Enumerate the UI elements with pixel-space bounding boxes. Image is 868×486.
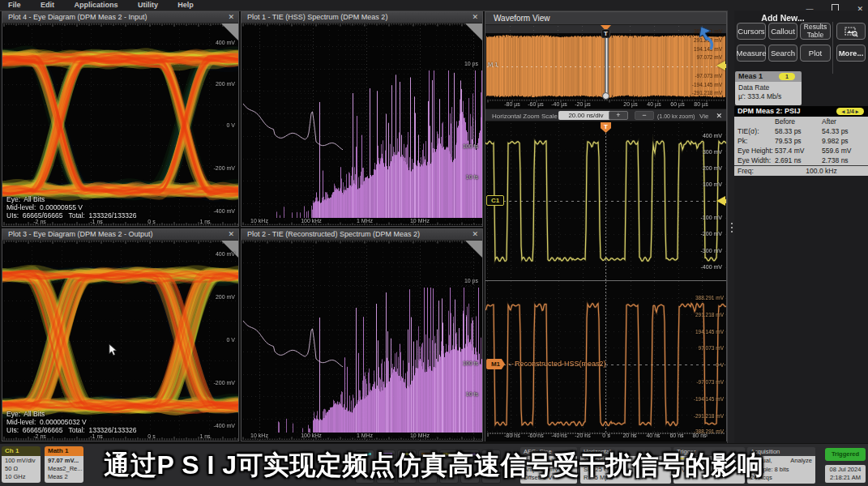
oscilloscope-app: { "menu": {"items": ["File", "Edit", "Ap… xyxy=(0,0,868,486)
menu-utility[interactable]: Utility xyxy=(130,0,166,9)
slider-line-highlight xyxy=(606,35,607,94)
y-tick-label: 400 mV xyxy=(216,251,235,257)
dpm-results-table: Before After TIE(σ):58.33 ps54.33 ps Pk:… xyxy=(734,117,868,176)
cursors-button[interactable]: Cursors xyxy=(737,23,766,40)
callout-button[interactable]: Callout xyxy=(768,23,797,40)
close-icon[interactable]: ✕ xyxy=(472,230,478,238)
panel-title[interactable]: Plot 2 - TIE (Reconstructed) Spectrum (D… xyxy=(242,229,482,241)
zoom-out-button[interactable]: − xyxy=(635,111,654,120)
zoom-in-button[interactable]: + xyxy=(609,111,628,120)
sidebar-separator xyxy=(832,22,833,74)
x-tick-label: -20 ns xyxy=(575,433,590,438)
table-row: Pk:79.53 ps9.982 ps xyxy=(734,136,868,146)
x-tick-label: 100 kHz xyxy=(301,433,322,438)
m1-level-arrow-icon[interactable] xyxy=(716,61,725,70)
cell-before: 79.53 ps xyxy=(775,136,822,146)
menu-edit[interactable]: Edit xyxy=(32,0,62,9)
m1-overview-label: M 1 xyxy=(488,61,498,68)
cell-after: 54.33 ps xyxy=(822,126,868,136)
close-icon[interactable]: ✕ xyxy=(228,230,234,238)
x-tick-label: 10 MHz xyxy=(410,218,430,224)
x-tick-label: -80 µs xyxy=(504,101,520,107)
menu-applications[interactable]: Applications xyxy=(66,0,126,9)
table-row: Eye Height:537.4 mV559.6 mV xyxy=(734,146,868,156)
x-tick-label: 10 kHz xyxy=(250,218,268,224)
spectrum-hss-x-axis: 10 kHz100 kHz1 MHz10 MHz xyxy=(242,218,482,226)
y-tick-label: 97.073 mV xyxy=(699,345,724,351)
x-tick-label: -60 ns xyxy=(528,433,543,438)
zoom-view-text[interactable]: Vie xyxy=(699,113,708,120)
dpm-title: DPM Meas 2: PSIJ ◂ 1/4 ▸ xyxy=(734,106,868,117)
zoom-factor-text: (1.00 kx zoom) xyxy=(657,113,695,119)
zoom-waveform-area: T C1 M1 --Reconstructed-HSS(meas2) 400 m… xyxy=(485,122,726,441)
m1-channel-badge[interactable]: M1 xyxy=(486,359,505,369)
zoom-close-icon[interactable]: ✕ xyxy=(716,112,722,120)
x-tick-label: 0 s xyxy=(148,433,155,439)
eye-input-y-axis: 400 mV200 mV0 V-200 mV-400 mV xyxy=(203,23,235,226)
freq-value: 100.0 kHz xyxy=(775,166,868,177)
y-tick-label: 194.145 mV xyxy=(695,329,724,335)
trigger-marker-box[interactable]: T xyxy=(601,29,610,38)
horizontal-zoom-bar: Horizontal Zoom Scale 20.00 ns/div + − (… xyxy=(485,109,726,122)
dpm-title-text: DPM Meas 2: PSIJ xyxy=(738,107,801,115)
c1-zero-arrow-icon[interactable] xyxy=(716,196,725,206)
m1-label-text: Reconstructed-HSS(meas2) xyxy=(515,360,606,368)
m1-trace-label: --Reconstructed-HSS(meas2) xyxy=(508,360,606,368)
plot-button[interactable]: Plot xyxy=(800,45,831,62)
m1-y-axis: 388.291 mV291.218 mV194.145 mV97.073 mV0… xyxy=(678,122,726,441)
panel-title[interactable]: Plot 3 - Eye Diagram (DPM Meas 2 - Outpu… xyxy=(2,229,238,241)
dpm-results-panel: DPM Meas 2: PSIJ ◂ 1/4 ▸ Before After TI… xyxy=(734,106,868,176)
x-tick-label: 20 ns xyxy=(622,433,636,438)
panel-title[interactable]: Plot 1 - TIE (HSS) Spectrum (DPM Meas 2) xyxy=(242,12,482,23)
y-tick-label: -400 mV xyxy=(214,208,235,214)
search-button[interactable]: Search xyxy=(768,45,797,62)
panel-waveform-view: Waveform View M 1 388.291 mV291.218 mV19… xyxy=(485,11,727,441)
x-tick-label: 1 ns xyxy=(199,433,210,439)
y-tick-label: 388.291 mV xyxy=(695,295,724,301)
mouse-cursor-icon xyxy=(109,343,118,356)
y-tick-label: 10 fs xyxy=(466,391,478,397)
table-row: Eye Width:2.691 ns2.738 ns xyxy=(734,156,868,166)
zoom-scale-value[interactable]: 20.00 ns/div xyxy=(558,111,614,120)
menu-file[interactable]: File xyxy=(0,0,29,9)
y-tick-label: 291.218 mV xyxy=(695,312,724,318)
menu-help[interactable]: Help xyxy=(169,0,202,9)
x-tick-label: 1 ns xyxy=(199,219,210,224)
screenshot-button[interactable] xyxy=(836,23,866,40)
waveform-view-title[interactable]: Waveform View xyxy=(485,12,726,25)
y-tick-label: 0 V xyxy=(226,122,235,128)
y-tick-label: 97.072 mV xyxy=(697,54,722,60)
x-tick-label: 10 kHz xyxy=(250,433,268,438)
c1-channel-badge[interactable]: C1 xyxy=(486,195,504,206)
meas1-badge[interactable]: Meas 1 Data Rate µ': 333.4 Mb/s 1 xyxy=(735,71,802,105)
results-table-button[interactable]: Results Table xyxy=(800,23,831,40)
table-row: TIE(σ):58.33 ps54.33 ps xyxy=(734,126,868,136)
panel-eye-input: Plot 4 - Eye Diagram (DPM Meas 2 - Input… xyxy=(2,11,239,227)
spectrum-hss-plot-wrap: 10 ps100 fs10 fs 10 kHz100 kHz1 MHz10 MH… xyxy=(242,23,482,226)
y-tick-label: -97.073 mV xyxy=(695,73,722,79)
panel-title[interactable]: Plot 4 - Eye Diagram (DPM Meas 2 - Input… xyxy=(2,12,238,23)
close-icon[interactable]: ✕ xyxy=(472,13,478,21)
dpm-nav-pill[interactable]: ◂ 1/4 ▸ xyxy=(836,108,864,115)
more-button[interactable]: More... xyxy=(836,45,866,62)
measure-button[interactable]: Measure xyxy=(737,45,766,62)
eye-output-y-axis: 400 mV200 mV0 V-200 mV-400 mV xyxy=(203,241,235,441)
m1-label-dashes: -- xyxy=(508,360,515,368)
spectrum-recon-y-axis: 10 ps100 fs10 fs xyxy=(446,241,478,441)
x-tick-label: 1 MHz xyxy=(357,433,373,438)
spectrum-hss-y-axis: 10 ps100 fs10 fs xyxy=(446,23,478,226)
x-tick-label: 20 µs xyxy=(623,101,637,107)
meas1-count-pill[interactable]: 1 xyxy=(779,73,795,80)
y-tick-label: 200 mV xyxy=(216,294,235,300)
meas1-type: Data Rate xyxy=(738,83,802,92)
panel-eye-output: Plot 3 - Eye Diagram (DPM Meas 2 - Outpu… xyxy=(2,228,239,441)
eye-input-plot-wrap: 400 mV200 mV0 V-200 mV-400 mV -2 ns-1 ns… xyxy=(2,23,238,226)
close-icon[interactable]: ✕ xyxy=(228,13,234,21)
trigger-slider-knob[interactable] xyxy=(602,92,609,100)
trigger-position-slider[interactable] xyxy=(605,35,609,94)
x-tick-label: 80 ns xyxy=(692,433,706,438)
pan-cursor-icon xyxy=(699,26,720,50)
cell-after: 9.982 ps xyxy=(822,136,868,146)
y-tick-label: -97.073 mV xyxy=(696,379,724,385)
x-tick-label: 0 s xyxy=(602,433,609,438)
